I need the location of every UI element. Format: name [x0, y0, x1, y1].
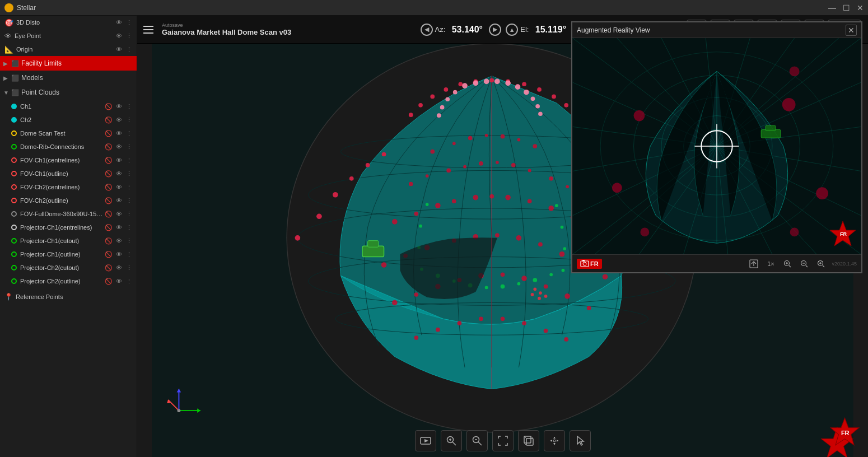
sidebar-item-proj-ch2-cut[interactable]: Projector-Ch2(cutout) 🚫 👁 ⋮: [0, 261, 137, 274]
record-button[interactable]: [415, 430, 436, 451]
svg-point-54: [452, 142, 456, 145]
more-btn[interactable]: ⋮: [124, 18, 133, 27]
view-cube-button[interactable]: [518, 430, 539, 451]
no-icon[interactable]: 🚫: [104, 142, 113, 151]
vis-btn[interactable]: 👁: [114, 183, 123, 192]
more-btn[interactable]: ⋮: [124, 169, 133, 178]
vis-btn[interactable]: 👁: [114, 236, 123, 245]
no-icon[interactable]: 🚫: [104, 183, 113, 192]
more-btn[interactable]: ⋮: [124, 196, 133, 205]
svg-point-199: [640, 227, 649, 236]
more-btn[interactable]: ⋮: [124, 129, 133, 138]
vis-btn[interactable]: 👁: [114, 129, 123, 138]
vis-btn[interactable]: 👁: [114, 18, 123, 27]
zoom-out-button[interactable]: [466, 430, 488, 451]
svg-point-64: [479, 161, 483, 166]
sidebar-item-fov-ch2-c[interactable]: FOV-Ch2(centrelines) 🚫 👁 ⋮: [0, 180, 137, 194]
vis-btn[interactable]: 👁: [114, 277, 123, 286]
sidebar-item-origin[interactable]: 📐 Origin 👁 ⋮: [0, 43, 137, 56]
sidebar-item-proj-ch1-cut[interactable]: Projector-Ch1(cutout) 🚫 👁 ⋮: [0, 234, 137, 248]
sidebar-item-models[interactable]: ▶ ⬛ Models: [0, 71, 137, 85]
svg-point-122: [426, 203, 429, 206]
fit-view-button[interactable]: [492, 430, 514, 451]
more-btn[interactable]: ⋮: [124, 45, 133, 54]
more-btn[interactable]: ⋮: [124, 102, 133, 111]
sidebar-item-dome-scan-test[interactable]: Dome Scan Test 🚫 👁 ⋮: [0, 127, 137, 140]
more-btn[interactable]: ⋮: [124, 263, 133, 272]
more-btn[interactable]: ⋮: [124, 223, 133, 232]
sidebar-item-dome-rib[interactable]: Dome-Rib-Connections 🚫 👁 ⋮: [0, 140, 137, 153]
close-button[interactable]: ✕: [857, 3, 864, 12]
ar-viewport[interactable]: FR: [572, 38, 861, 254]
more-btn[interactable]: ⋮: [124, 209, 133, 218]
no-icon[interactable]: 🚫: [104, 250, 113, 259]
expand-arrow-icon: ▼: [3, 90, 10, 96]
ar-zoom-1x-button[interactable]: 1×: [764, 258, 777, 270]
no-icon[interactable]: 🚫: [104, 236, 113, 245]
vis-btn[interactable]: 👁: [114, 45, 123, 54]
sidebar-item-ch1[interactable]: Ch1 🚫 👁 ⋮: [0, 100, 137, 113]
more-btn[interactable]: ⋮: [124, 31, 133, 40]
no-icon[interactable]: 🚫: [104, 277, 113, 286]
vis-btn[interactable]: 👁: [114, 209, 123, 218]
az-next-button[interactable]: ▶: [489, 24, 501, 36]
more-btn[interactable]: ⋮: [124, 250, 133, 259]
no-icon[interactable]: 🚫: [104, 209, 113, 218]
sidebar-item-proj-ch2-out[interactable]: Projector-Ch2(outline) 🚫 👁 ⋮: [0, 274, 137, 288]
ar-close-button[interactable]: ✕: [846, 25, 857, 36]
no-icon[interactable]: 🚫: [104, 223, 113, 232]
sidebar-item-point-clouds[interactable]: ▼ ⬛ Point Clouds: [0, 85, 137, 100]
az-prev-button[interactable]: ◀: [421, 24, 433, 36]
vis-btn[interactable]: 👁: [114, 250, 123, 259]
sidebar-item-fov-fulldome[interactable]: FOV-FullDome-360x90U-15D-3deg 🚫 👁 ⋮: [0, 207, 137, 221]
fov-fulldome-color: [11, 211, 17, 217]
sidebar-item-proj-ch1-c[interactable]: Projector-Ch1(centrelines) 🚫 👁 ⋮: [0, 221, 137, 234]
minimize-button[interactable]: —: [828, 3, 836, 12]
zoom-in-button[interactable]: [441, 430, 462, 451]
no-icon[interactable]: 🚫: [104, 129, 113, 138]
ar-zoom-export-button[interactable]: [748, 258, 760, 270]
sidebar-item-fov-ch1-c[interactable]: FOV-Ch1(centrelines) 🚫 👁 ⋮: [0, 153, 137, 167]
more-btn[interactable]: ⋮: [124, 183, 133, 192]
vis-btn[interactable]: 👁: [114, 115, 123, 124]
hamburger-button[interactable]: [137, 16, 160, 44]
more-btn[interactable]: ⋮: [124, 142, 133, 151]
sidebar-item-facility-limits[interactable]: ▶ ⬛ Facility Limits: [0, 56, 137, 71]
el-prev-button[interactable]: ▲: [506, 24, 518, 36]
vis-btn[interactable]: 👁: [114, 263, 123, 272]
sidebar-item-proj-ch1-out[interactable]: Projector-Ch1(outline) 🚫 👁 ⋮: [0, 248, 137, 261]
svg-point-91: [603, 274, 608, 279]
no-icon[interactable]: 🚫: [104, 263, 113, 272]
vis-btn[interactable]: 👁: [114, 196, 123, 205]
no-icon[interactable]: 🚫: [104, 196, 113, 205]
sidebar-item-ch2[interactable]: Ch2 🚫 👁 ⋮: [0, 113, 137, 127]
more-btn[interactable]: ⋮: [124, 236, 133, 245]
sidebar-item-eye-point[interactable]: 👁 Eye Point 👁 ⋮: [0, 29, 137, 43]
more-btn[interactable]: ⋮: [124, 277, 133, 286]
sidebar-item-3d-disto[interactable]: 🎯 3D Disto 👁 ⋮: [0, 16, 137, 29]
svg-point-148: [531, 96, 535, 101]
vis-btn[interactable]: 👁: [114, 102, 123, 111]
no-icon[interactable]: 🚫: [104, 156, 113, 165]
select-cursor-button[interactable]: [570, 430, 591, 451]
pan-button[interactable]: [544, 430, 565, 451]
sidebar-item-fov-ch2-o[interactable]: FOV-Ch2(outline) 🚫 👁 ⋮: [0, 194, 137, 207]
more-btn[interactable]: ⋮: [124, 115, 133, 124]
vis-btn[interactable]: 👁: [114, 142, 123, 151]
more-btn[interactable]: ⋮: [124, 156, 133, 165]
ar-zoom-minus-button[interactable]: [798, 258, 810, 270]
sidebar-item-reference-points[interactable]: 📍 Reference Points: [0, 290, 137, 304]
svg-point-93: [414, 292, 418, 297]
ar-zoom-fit-button[interactable]: [815, 258, 827, 270]
no-icon[interactable]: 🚫: [104, 102, 113, 111]
vis-btn[interactable]: 👁: [114, 156, 123, 165]
no-icon[interactable]: 🚫: [104, 115, 113, 124]
maximize-button[interactable]: ☐: [843, 3, 850, 12]
sidebar-item-fov-ch1-o[interactable]: FOV-Ch1(outline) 🚫 👁 ⋮: [0, 167, 137, 180]
vis-btn[interactable]: 👁: [114, 223, 123, 232]
vis-btn[interactable]: 👁: [114, 31, 123, 40]
ar-export-icon: [749, 259, 758, 268]
vis-btn[interactable]: 👁: [114, 169, 123, 178]
no-icon[interactable]: 🚫: [104, 169, 113, 178]
ar-zoom-plus-button[interactable]: [781, 258, 794, 270]
